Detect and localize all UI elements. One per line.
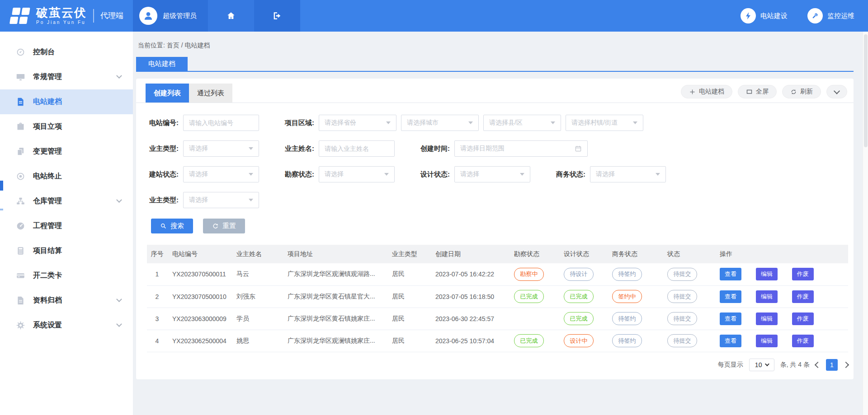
sidebar-item-label: 仓库管理 [33, 196, 62, 206]
chevron-down-icon [249, 147, 253, 150]
prev-page-button[interactable] [815, 361, 821, 368]
monitor-icon [16, 72, 25, 82]
city-select[interactable]: 请选择城市 [401, 115, 479, 131]
void-button[interactable]: 作废 [792, 335, 814, 347]
sidebar-item-label: 开二类卡 [33, 271, 62, 280]
tab-passed-list[interactable]: 通过列表 [189, 84, 232, 103]
void-button[interactable]: 作废 [792, 268, 814, 280]
filter-label: 商务状态: [556, 170, 585, 179]
page-scrollbar-thumb[interactable] [864, 34, 868, 147]
edit-button[interactable]: 编辑 [756, 335, 778, 347]
brand-name: 破茧云伏 [36, 7, 87, 19]
sidebar-scrollbar-thumb[interactable] [0, 181, 3, 191]
survey-status-select[interactable]: 请选择 [319, 166, 395, 182]
search-button[interactable]: 搜索 [151, 219, 193, 233]
sidebar-item-general-mgmt[interactable]: 常规管理 [0, 65, 133, 89]
status-badge: 已完成 [564, 290, 594, 303]
filter-label: 建站状态: [149, 170, 179, 179]
per-page-select[interactable]: 10 [749, 359, 774, 371]
sidebar-item-project-initiation[interactable]: 项目立项 [0, 114, 133, 139]
home-button[interactable] [208, 0, 254, 32]
sidebar-item-system-settings[interactable]: 系统设置 [0, 313, 133, 338]
sidebar-item-warehouse-mgmt[interactable]: 仓库管理 [0, 189, 133, 214]
status-badge: 签约中 [612, 290, 642, 303]
target-icon [16, 172, 25, 181]
void-button[interactable]: 作废 [792, 290, 814, 303]
collapse-toggle-button[interactable] [826, 85, 847, 98]
tab-station-archive[interactable]: 电站建档 [136, 57, 188, 71]
per-page-label: 每页显示 [718, 361, 743, 369]
sidebar-item-change-mgmt[interactable]: 变更管理 [0, 139, 133, 164]
owner-type-2-placeholder: 请选择 [189, 196, 208, 204]
owner-type-2-select[interactable]: 请选择 [183, 192, 259, 208]
business-status-select[interactable]: 请选择 [590, 166, 666, 182]
sidebar-item-type2-card[interactable]: 开二类卡 [0, 263, 133, 288]
status-badge: 待签约 [612, 312, 642, 325]
next-page-button[interactable] [843, 361, 849, 368]
owner-type-select[interactable]: 请选择 [183, 140, 259, 157]
filter-label: 业主类型: [149, 196, 179, 205]
province-select[interactable]: 请选择省份 [319, 115, 396, 131]
search-icon [160, 223, 167, 229]
build-status-select[interactable]: 请选择 [183, 166, 259, 182]
chevron-down-icon [386, 121, 391, 124]
current-user[interactable]: 超级管理员 [133, 0, 208, 32]
design-status-select[interactable]: 请选择 [454, 166, 530, 182]
sidebar-item-engineering-mgmt[interactable]: 工程管理 [0, 214, 133, 238]
filter-row-1: 电站编号: 项目区域: 请选择省份 请选择城市 请选择县/区 [149, 115, 844, 131]
cell-created: 2023-06-25 10:57:04 [430, 330, 509, 352]
table-row: 3 YX2023063000009 学员 广东深圳龙华区黄石镇姚家庄... 居民… [147, 308, 848, 330]
status-badge: 待提交 [667, 268, 697, 281]
page-scrollbar[interactable] [863, 32, 868, 415]
cell-owner-name: 姚思 [231, 330, 283, 352]
breadcrumb-path[interactable]: 首页 / 电站建档 [167, 42, 210, 49]
owner-name-input[interactable] [319, 140, 395, 157]
copy-icon [16, 147, 25, 156]
tab-create-list[interactable]: 创建列表 [146, 84, 189, 103]
page-tabstrip: 电站建档 [136, 57, 854, 72]
sidebar-item-station-termination[interactable]: 电站终止 [0, 164, 133, 189]
cell-station-code: YX2023063000009 [167, 308, 231, 330]
view-button[interactable]: 查看 [720, 290, 741, 303]
create-station-button[interactable]: 电站建档 [681, 85, 732, 98]
sidebar-item-console[interactable]: 控制台 [0, 40, 133, 65]
filter-business-status: 商务状态: 请选择 [556, 166, 666, 182]
edit-button[interactable]: 编辑 [756, 312, 778, 325]
card-icon [16, 271, 25, 280]
nav-monitor-ops[interactable]: 监控运维 [807, 8, 854, 23]
reset-button[interactable]: 重置 [203, 219, 245, 233]
chevron-down-icon [520, 173, 524, 176]
sidebar-item-station-archive[interactable]: 电站建档 [0, 89, 133, 114]
archive-icon [16, 296, 25, 305]
filter-actions: 搜索 重置 [136, 218, 854, 233]
breadcrumb-prefix: 当前位置: [138, 42, 165, 49]
logout-button[interactable] [254, 0, 300, 32]
town-select[interactable]: 请选择村镇/街道 [566, 115, 643, 131]
void-button[interactable]: 作废 [792, 312, 814, 325]
county-select[interactable]: 请选择县/区 [483, 115, 561, 131]
cell-station-code: YX2023070500011 [167, 263, 231, 285]
page-1-button[interactable]: 1 [826, 359, 838, 371]
chevron-down-icon [116, 321, 122, 327]
col-survey-status: 勘察状态 [509, 245, 559, 263]
fullscreen-button[interactable]: 全屏 [738, 85, 777, 98]
nav-station-construction[interactable]: 电站建设 [741, 8, 788, 23]
list-tabs: 创建列表 通过列表 [146, 84, 232, 103]
date-range-input[interactable]: 请选择日期范围 [454, 140, 588, 157]
cell-address: 广东深圳龙华区观澜镇观湖路... [283, 263, 387, 285]
sidebar-item-data-archive[interactable]: 资料归档 [0, 288, 133, 313]
create-station-label: 电站建档 [699, 88, 724, 96]
edit-button[interactable]: 编辑 [756, 290, 778, 303]
table-row: 2 YX2023070500010 刘强东 广东深圳龙华区黄石镇星官大... 居… [147, 285, 848, 308]
chevron-down-icon [249, 173, 253, 176]
sidebar-item-project-settlement[interactable]: 项目结算 [0, 238, 133, 263]
station-code-input[interactable] [183, 115, 259, 131]
col-actions: 操作 [715, 245, 848, 263]
view-button[interactable]: 查看 [720, 268, 741, 280]
fullscreen-label: 全屏 [756, 88, 769, 96]
refresh-button[interactable]: 刷新 [782, 85, 821, 98]
edit-button[interactable]: 编辑 [756, 268, 778, 280]
view-button[interactable]: 查看 [720, 335, 741, 347]
wrench-icon [807, 8, 823, 23]
view-button[interactable]: 查看 [720, 312, 741, 325]
